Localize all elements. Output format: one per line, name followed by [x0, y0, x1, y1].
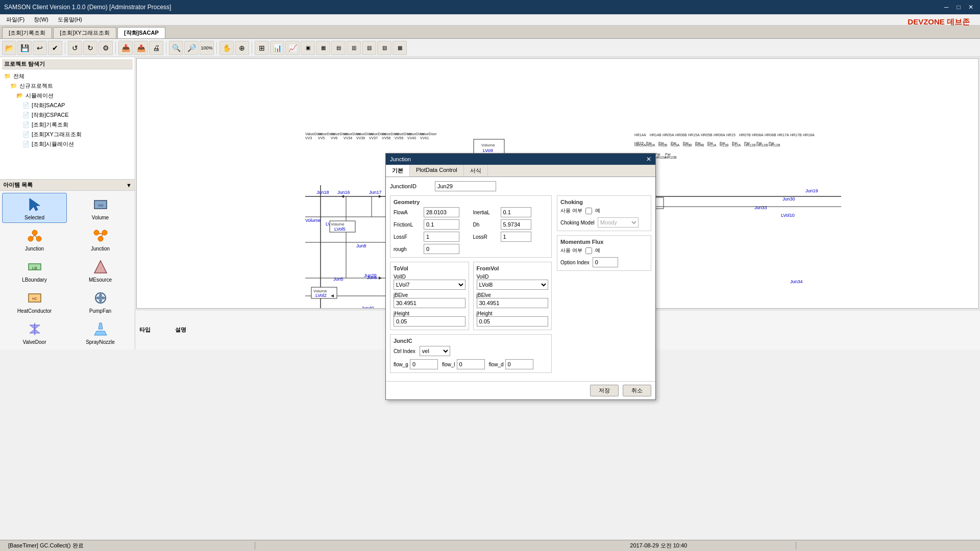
svg-text:HR18A: HR18A	[803, 133, 815, 137]
doc-icon-2: 📄	[22, 112, 30, 118]
item-selected[interactable]: Selected	[2, 193, 67, 223]
jbelve-to-input[interactable]	[394, 298, 465, 308]
tree-item-all[interactable]: 📁 전체	[2, 71, 133, 81]
toolbar-open[interactable]: 📂	[2, 41, 16, 55]
svg-text:VV6: VV6	[331, 136, 337, 140]
tree-item-xygraph[interactable]: 📄 [조회]XY그래프조회	[2, 130, 133, 139]
toolbar-undo2[interactable]: ↺	[68, 41, 82, 55]
frictionl-row: FrictionL	[394, 219, 469, 230]
inertial-input[interactable]	[501, 207, 531, 217]
minimize-button[interactable]: ─	[941, 2, 951, 12]
toolbar-grid[interactable]: ⊞	[255, 41, 269, 55]
jheight-from-input[interactable]	[477, 316, 549, 327]
toolbar-b3[interactable]: ▤	[331, 41, 346, 55]
tab-xy-graph[interactable]: [조회]XY그래프조회	[53, 27, 116, 38]
item-volume[interactable]: Vol Volume	[68, 193, 133, 223]
toolbar-b2[interactable]: ▦	[316, 41, 330, 55]
toolbar-import[interactable]: 📥	[118, 41, 133, 55]
item-junction-1[interactable]: Junction	[2, 224, 67, 254]
toolbar-zoom-100[interactable]: 100%	[200, 41, 214, 55]
cancel-button[interactable]: 취소	[623, 385, 651, 396]
svg-text:Jun5: Jun5	[333, 277, 344, 282]
dh-label: Dh	[473, 222, 499, 228]
item-heatcond[interactable]: HC HeatConductor	[2, 286, 67, 316]
toolbar-zoom-out[interactable]: 🔎	[184, 41, 199, 55]
tab-record-view[interactable]: [조회]기록조회	[2, 27, 52, 38]
dialog-close-button[interactable]: ✕	[646, 156, 651, 163]
jheight-to-input[interactable]	[394, 316, 465, 327]
tree-item-record[interactable]: 📄 [조회]기록조회	[2, 120, 133, 130]
toolbar-zoom-in[interactable]: 🔍	[169, 41, 183, 55]
choking-use-checkbox[interactable]	[585, 208, 592, 214]
tab-sacap[interactable]: [작화]SACAP	[117, 27, 165, 38]
dialog-tab-basic[interactable]: 기본	[386, 165, 410, 177]
juncic-section: JuncIC Ctrl Index vel flow flow_g	[390, 334, 552, 373]
svg-text:HR15A: HR15A	[688, 133, 700, 137]
save-button[interactable]: 저장	[590, 385, 619, 396]
toolbar-b5[interactable]: ▧	[362, 41, 376, 55]
toolbar-line-chart[interactable]: 📈	[285, 41, 300, 55]
tree-item-simview[interactable]: 📄 [조회]시뮬레이션	[2, 139, 133, 149]
momentum-use-checkbox[interactable]	[585, 247, 592, 254]
item-spraynozzle[interactable]: SprayNozzle	[68, 317, 133, 347]
svg-text:LB: LB	[32, 266, 37, 270]
ctrl-index-select[interactable]: vel flow	[420, 346, 450, 356]
item-lboundary[interactable]: LB LBoundary	[2, 255, 67, 285]
momentum-use-row: 사용 여부 예	[560, 247, 648, 254]
toolbar-b7[interactable]: ▩	[393, 41, 407, 55]
maximize-button[interactable]: □	[953, 2, 964, 12]
lossr-input[interactable]	[501, 232, 531, 242]
flowa-input[interactable]	[424, 207, 459, 217]
toolbar-b1[interactable]: ▣	[301, 41, 315, 55]
dialog-tab-plotdata[interactable]: PlotData Control	[410, 165, 464, 177]
item-mesource[interactable]: MEsource	[68, 255, 133, 285]
toolbar-redo[interactable]: ↻	[83, 41, 97, 55]
tree-item-sacap[interactable]: 📄 [작화]SACAP	[2, 101, 133, 110]
svg-text:HR12B: HR12B	[744, 143, 756, 147]
toolbar-select[interactable]: ⊕	[235, 41, 249, 55]
item-valvedoor[interactable]: ValveDoor	[2, 317, 67, 347]
rough-input[interactable]	[424, 244, 459, 254]
toolbar-pan[interactable]: ✋	[219, 41, 234, 55]
toolbar-undo[interactable]: ↩	[33, 41, 47, 55]
separator-1	[65, 42, 65, 54]
frictionl-input[interactable]	[424, 219, 459, 230]
toolbar-b6[interactable]: ▨	[377, 41, 391, 55]
tovol-id-select[interactable]: LVol7	[394, 280, 465, 290]
svg-text:ValueDoor: ValueDoor	[407, 132, 424, 136]
flowa-row: FlowA	[394, 207, 469, 217]
menu-help[interactable]: 도움말(H)	[54, 15, 86, 24]
close-button[interactable]: ✕	[966, 2, 976, 12]
flow-d-input[interactable]	[505, 359, 533, 369]
svg-text:VV40: VV40	[407, 136, 416, 140]
toolbar-check[interactable]: ✔	[48, 41, 62, 55]
dh-input[interactable]	[501, 219, 531, 230]
toolbar-settings[interactable]: ⚙	[99, 41, 113, 55]
jheight-label-from: jHeight	[477, 311, 493, 316]
item-junction-2[interactable]: Junction	[68, 224, 133, 254]
flow-l-input[interactable]	[457, 359, 485, 369]
lossf-input[interactable]	[424, 232, 459, 242]
junctionid-input[interactable]	[435, 181, 496, 191]
menu-file[interactable]: 파일(F)	[2, 15, 29, 24]
flow-g-input[interactable]	[410, 359, 438, 369]
flowa-label: FlowA	[394, 210, 422, 215]
toolbar-bar-chart[interactable]: 📊	[270, 41, 284, 55]
svg-point-8	[94, 230, 99, 235]
svg-text:Jun18: Jun18	[316, 190, 329, 195]
fromvol-id-select[interactable]: LVol8	[477, 280, 549, 290]
tree-item-simulation[interactable]: 📂 시뮬레이션	[2, 91, 133, 101]
option-index-input[interactable]	[593, 257, 618, 267]
jbelve-from-input[interactable]	[477, 298, 549, 308]
toolbar-save[interactable]: 💾	[17, 41, 32, 55]
choking-model-select[interactable]: Moody	[598, 217, 639, 228]
toolbar-print[interactable]: 🖨	[149, 41, 163, 55]
toolbar-export[interactable]: 📤	[134, 41, 148, 55]
flow-d-label: flow_d	[489, 362, 504, 367]
dialog-tab-format[interactable]: 서식	[464, 165, 488, 177]
item-pumpfan[interactable]: PumpFan	[68, 286, 133, 316]
tree-item-newproject[interactable]: 📁 신규프로젝트	[2, 81, 133, 91]
menu-window[interactable]: 창(W)	[30, 15, 53, 24]
tree-item-cspace[interactable]: 📄 [작화]CSPACE	[2, 110, 133, 120]
toolbar-b4[interactable]: ▥	[347, 41, 361, 55]
